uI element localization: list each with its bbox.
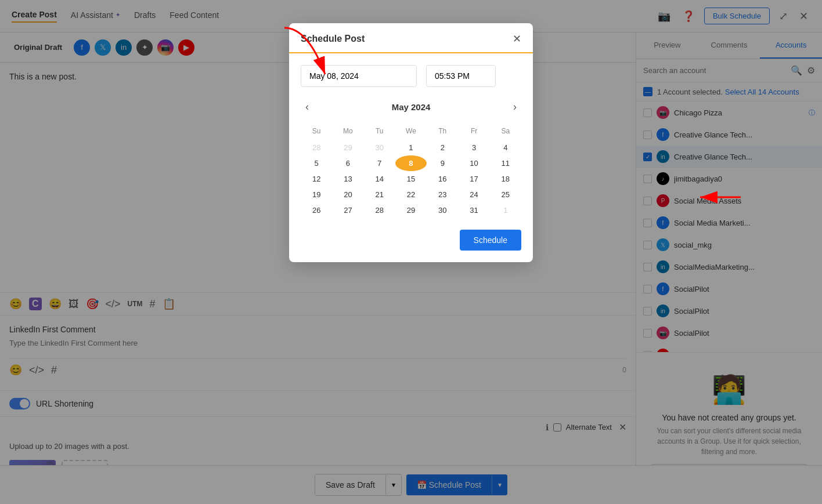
cal-day-4[interactable]: 4 [490,140,521,155]
cal-day-14[interactable]: 14 [364,171,395,187]
modal-title: Schedule Post [301,34,365,44]
cal-header-su: Su [301,125,332,140]
calendar-week-3: 12 13 14 15 16 17 18 [301,171,521,187]
cal-day-2[interactable]: 2 [427,140,458,155]
calendar-next-button[interactable]: › [509,99,521,115]
cal-day-21[interactable]: 21 [364,187,395,202]
cal-day-1[interactable]: 1 [395,140,427,155]
calendar-week-1: 28 29 30 1 2 3 4 [301,140,521,155]
date-input[interactable] [301,65,417,87]
cal-day-16[interactable]: 16 [427,171,458,187]
cal-day-17[interactable]: 17 [458,171,489,187]
cal-day-30-prev[interactable]: 30 [364,140,395,155]
calendar-week-2: 5 6 7 8 9 10 11 [301,155,521,171]
schedule-confirm-button[interactable]: Schedule [460,230,521,251]
calendar-week-5: 26 27 28 29 30 31 1 [301,202,521,218]
cal-day-18[interactable]: 18 [490,171,521,187]
cal-day-3[interactable]: 3 [458,140,489,155]
cal-day-7[interactable]: 7 [364,155,395,171]
cal-day-8[interactable]: 8 [395,155,427,171]
cal-day-26[interactable]: 26 [301,202,332,218]
cal-header-sa: Sa [490,125,521,140]
cal-day-10[interactable]: 10 [458,155,489,171]
calendar-week-4: 19 20 21 22 23 24 25 [301,187,521,202]
cal-day-29-prev[interactable]: 29 [332,140,363,155]
modal-close-button[interactable]: ✕ [513,32,521,45]
modal-header: Schedule Post ✕ [289,23,533,53]
schedule-modal-overlay[interactable]: Schedule Post ✕ ‹ May 2024 › Su Mo Tu We [0,0,822,504]
cal-day-11[interactable]: 11 [490,155,521,171]
calendar-month-label: May 2024 [392,102,431,112]
cal-day-24[interactable]: 24 [458,187,489,202]
cal-day-27[interactable]: 27 [332,202,363,218]
cal-day-22[interactable]: 22 [395,187,427,202]
cal-day-20[interactable]: 20 [332,187,363,202]
cal-day-13[interactable]: 13 [332,171,363,187]
cal-day-25[interactable]: 25 [490,187,521,202]
calendar: ‹ May 2024 › Su Mo Tu We Th Fr Sa [289,99,533,262]
cal-day-28[interactable]: 28 [364,202,395,218]
cal-day-23[interactable]: 23 [427,187,458,202]
cal-day-9[interactable]: 9 [427,155,458,171]
cal-header-tu: Tu [364,125,395,140]
cal-day-1-next[interactable]: 1 [490,202,521,218]
cal-header-mo: Mo [332,125,363,140]
time-input[interactable] [426,65,496,87]
cal-day-28-prev[interactable]: 28 [301,140,332,155]
calendar-header: ‹ May 2024 › [301,99,521,115]
cal-day-29[interactable]: 29 [395,202,427,218]
modal-body [289,53,533,99]
cal-day-12[interactable]: 12 [301,171,332,187]
schedule-modal: Schedule Post ✕ ‹ May 2024 › Su Mo Tu We [289,23,533,262]
cal-day-31[interactable]: 31 [458,202,489,218]
calendar-grid: Su Mo Tu We Th Fr Sa 28 29 30 1 [301,125,521,218]
cal-day-15[interactable]: 15 [395,171,427,187]
cal-header-fr: Fr [458,125,489,140]
calendar-prev-button[interactable]: ‹ [301,99,313,115]
cal-day-6[interactable]: 6 [332,155,363,171]
cal-header-th: Th [427,125,458,140]
cal-day-5[interactable]: 5 [301,155,332,171]
cal-day-30[interactable]: 30 [427,202,458,218]
cal-header-we: We [395,125,427,140]
cal-day-19[interactable]: 19 [301,187,332,202]
